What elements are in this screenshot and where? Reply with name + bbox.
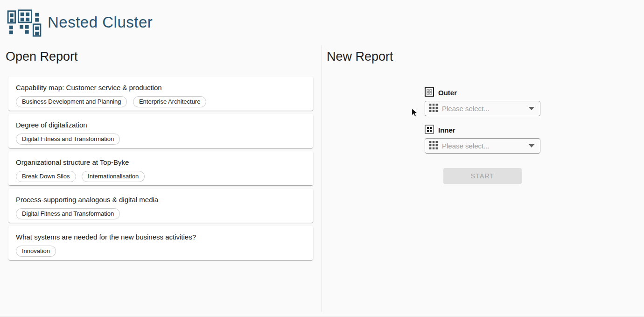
report-card-tags: Digital Fitness and Transformation — [16, 134, 306, 145]
grid-icon — [429, 104, 438, 114]
start-button[interactable]: START — [443, 168, 522, 184]
report-card-list: Capability map: Customer service & produ… — [8, 77, 313, 263]
inner-field-label: Inner — [438, 126, 455, 134]
report-card-title: Capability map: Customer service & produ… — [16, 83, 306, 92]
outer-icon — [425, 87, 434, 99]
panel-divider — [322, 45, 322, 312]
report-card-title: Process-supporting analogous & digital m… — [16, 195, 306, 204]
report-card-tags: Innovation — [16, 246, 306, 257]
report-card-tags: Business Development and Planning Enterp… — [16, 96, 306, 107]
chevron-down-icon — [529, 144, 534, 148]
outer-select[interactable]: Please select... — [425, 101, 540, 116]
tag-chip: Innovation — [16, 246, 56, 257]
grid-icon — [429, 141, 438, 151]
report-card[interactable]: Capability map: Customer service & produ… — [8, 77, 313, 111]
inner-select-placeholder: Please select... — [442, 142, 490, 150]
outer-field-label: Outer — [438, 89, 457, 97]
inner-select[interactable]: Please select... — [425, 138, 540, 154]
tag-chip: Business Development and Planning — [16, 96, 127, 107]
report-card-title: Organizational structure at Top-Byke — [16, 158, 306, 167]
app-logo-icon — [7, 8, 42, 39]
tag-chip: Break Down Silos — [16, 171, 76, 182]
app-header: Nested Cluster — [0, 0, 644, 45]
report-card[interactable]: Organizational structure at Top-Byke Bre… — [8, 151, 313, 185]
outer-field-label-row: Outer — [425, 88, 540, 98]
tag-chip: Digital Fitness and Transformation — [16, 134, 120, 145]
app-window: Nested Cluster Open Report Capability ma… — [0, 0, 644, 317]
inner-icon — [425, 125, 434, 136]
report-card[interactable]: Process-supporting analogous & digital m… — [8, 189, 313, 223]
report-card[interactable]: Degree of digitalization Digital Fitness… — [8, 114, 313, 148]
report-card-tags: Break Down Silos Internationalisation — [16, 171, 306, 182]
tag-chip: Internationalisation — [82, 171, 145, 182]
report-card[interactable]: What systems are needed for the new busi… — [8, 226, 313, 260]
open-report-heading: Open Report — [6, 49, 78, 64]
chevron-down-icon — [529, 107, 534, 110]
new-report-form: Outer Please select... — [425, 88, 540, 184]
report-card-title: What systems are needed for the new busi… — [16, 232, 306, 242]
tag-chip: Enterprise Architecture — [133, 96, 207, 107]
mouse-cursor — [411, 108, 418, 120]
outer-select-placeholder: Please select... — [442, 105, 490, 113]
app-title: Nested Cluster — [48, 14, 153, 31]
inner-field-label-row: Inner — [425, 125, 540, 135]
report-card-tags: Digital Fitness and Transformation — [16, 208, 306, 219]
new-report-heading: New Report — [327, 49, 393, 64]
report-card-title: Degree of digitalization — [16, 120, 306, 130]
tag-chip: Digital Fitness and Transformation — [16, 208, 120, 219]
